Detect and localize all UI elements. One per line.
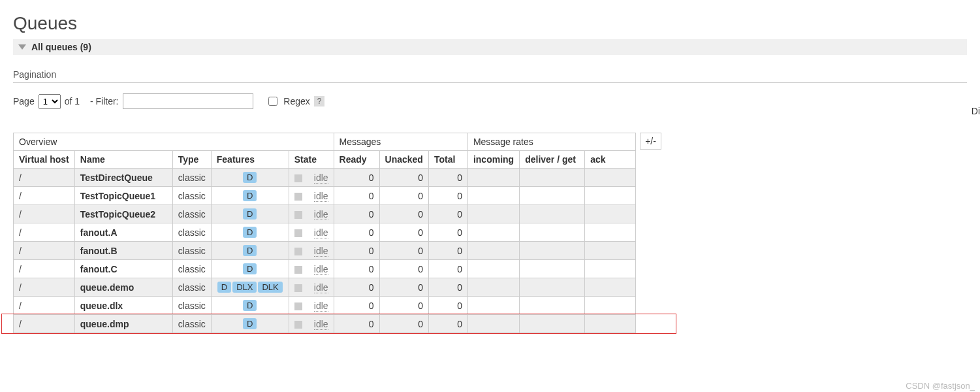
- regex-help[interactable]: ?: [314, 96, 325, 106]
- cell-state: idle: [289, 187, 334, 205]
- feature-tag[interactable]: D: [243, 190, 257, 201]
- cell-type: classic: [172, 278, 211, 297]
- queue-link[interactable]: queue.dmp: [80, 319, 129, 329]
- queue-link[interactable]: TestDirectQueue: [80, 172, 153, 183]
- feature-tag[interactable]: D: [243, 245, 257, 256]
- cell-ack: [585, 223, 636, 242]
- filter-input[interactable]: [123, 93, 253, 109]
- state-indicator-icon: [294, 193, 302, 201]
- state-text: idle: [314, 319, 328, 330]
- col-features[interactable]: Features: [211, 151, 289, 169]
- table-row: /TestTopicQueue1classicDidle000: [14, 187, 636, 205]
- queue-link[interactable]: fanout.A: [80, 227, 118, 238]
- col-total[interactable]: Total: [428, 151, 467, 169]
- cell-name: TestDirectQueue: [74, 169, 172, 187]
- cell-name: TestTopicQueue1: [74, 187, 172, 205]
- col-state[interactable]: State: [289, 151, 334, 169]
- queue-link[interactable]: TestTopicQueue2: [80, 209, 155, 220]
- cell-features: DDLXDLK: [211, 278, 289, 297]
- cell-ready: 0: [334, 260, 379, 278]
- state-indicator-icon: [294, 229, 302, 237]
- queue-link[interactable]: queue.dlx: [80, 301, 123, 311]
- cell-state: idle: [289, 278, 334, 297]
- col-name[interactable]: Name: [74, 151, 172, 169]
- cell-name: fanout.A: [74, 223, 172, 242]
- table-row: /queue.dlxclassicDidle000: [14, 297, 636, 315]
- queue-link[interactable]: TestTopicQueue1: [80, 191, 155, 201]
- cell-ready: 0: [334, 187, 379, 205]
- cell-features: D: [211, 223, 289, 242]
- cell-name: fanout.C: [74, 260, 172, 278]
- columns-toggle[interactable]: +/-: [640, 133, 661, 150]
- state-text: idle: [314, 246, 328, 257]
- queue-link[interactable]: fanout.B: [80, 246, 118, 256]
- divider: [13, 82, 967, 83]
- page-of: of 1: [65, 96, 80, 106]
- feature-tag[interactable]: D: [243, 172, 257, 183]
- col-unacked[interactable]: Unacked: [379, 151, 428, 169]
- feature-tag[interactable]: D: [217, 282, 231, 293]
- cell-unacked: 0: [379, 187, 428, 205]
- cell-deliver: [520, 278, 585, 297]
- col-deliver[interactable]: deliver / get: [520, 151, 585, 169]
- group-overview: Overview: [14, 133, 334, 151]
- cell-type: classic: [172, 187, 211, 205]
- cell-ready: 0: [334, 297, 379, 315]
- cell-vhost: /: [14, 297, 75, 315]
- feature-tag[interactable]: D: [243, 208, 257, 220]
- cell-deliver: [520, 187, 585, 205]
- feature-tag[interactable]: D: [243, 318, 257, 329]
- feature-tag[interactable]: D: [243, 263, 257, 274]
- cell-ack: [585, 169, 636, 187]
- col-ready[interactable]: Ready: [334, 151, 379, 169]
- feature-tag[interactable]: DLK: [258, 282, 282, 293]
- cell-incoming: [467, 278, 519, 297]
- cell-incoming: [467, 223, 519, 242]
- cell-ready: 0: [334, 205, 379, 223]
- cell-ack: [585, 187, 636, 205]
- cell-type: classic: [172, 315, 211, 333]
- feature-tag[interactable]: DLX: [232, 282, 257, 293]
- feature-tag[interactable]: D: [243, 300, 257, 311]
- cell-type: classic: [172, 242, 211, 260]
- cell-vhost: /: [14, 187, 75, 205]
- queue-link[interactable]: fanout.C: [80, 264, 118, 274]
- table-row: /fanout.AclassicDidle000: [14, 223, 636, 242]
- queues-table: Overview Messages Message rates Virtual …: [13, 133, 636, 333]
- chevron-down-icon: [18, 44, 26, 50]
- col-vhost[interactable]: Virtual host: [14, 151, 75, 169]
- filter-label: - Filter:: [90, 96, 119, 106]
- cell-name: queue.dlx: [74, 297, 172, 315]
- cell-vhost: /: [14, 315, 75, 333]
- cell-incoming: [467, 242, 519, 260]
- col-incoming[interactable]: incoming: [467, 151, 519, 169]
- section-all-queues[interactable]: All queues (9): [13, 39, 967, 55]
- col-type[interactable]: Type: [172, 151, 211, 169]
- cell-incoming: [467, 260, 519, 278]
- table-row: /TestDirectQueueclassicDidle000: [14, 169, 636, 187]
- col-ack[interactable]: ack: [585, 151, 636, 169]
- queue-link[interactable]: queue.demo: [80, 282, 134, 293]
- cell-vhost: /: [14, 242, 75, 260]
- cell-ack: [585, 315, 636, 333]
- cell-name: TestTopicQueue2: [74, 205, 172, 223]
- cell-ack: [585, 278, 636, 297]
- regex-checkbox[interactable]: [268, 97, 277, 106]
- cell-state: idle: [289, 260, 334, 278]
- cell-unacked: 0: [379, 260, 428, 278]
- group-messages: Messages: [334, 133, 467, 151]
- cell-unacked: 0: [379, 169, 428, 187]
- cell-total: 0: [428, 223, 467, 242]
- cell-unacked: 0: [379, 205, 428, 223]
- cell-name: queue.dmp: [74, 315, 172, 333]
- feature-tag[interactable]: D: [243, 227, 257, 238]
- state-indicator-icon: [294, 321, 302, 329]
- state-indicator-icon: [294, 266, 302, 274]
- cell-vhost: /: [14, 223, 75, 242]
- cell-ready: 0: [334, 223, 379, 242]
- page-select[interactable]: 1: [39, 94, 61, 109]
- cell-unacked: 0: [379, 315, 428, 333]
- section-label: All queues (9): [31, 42, 91, 52]
- regex-label: Regex: [283, 96, 309, 106]
- cell-total: 0: [428, 187, 467, 205]
